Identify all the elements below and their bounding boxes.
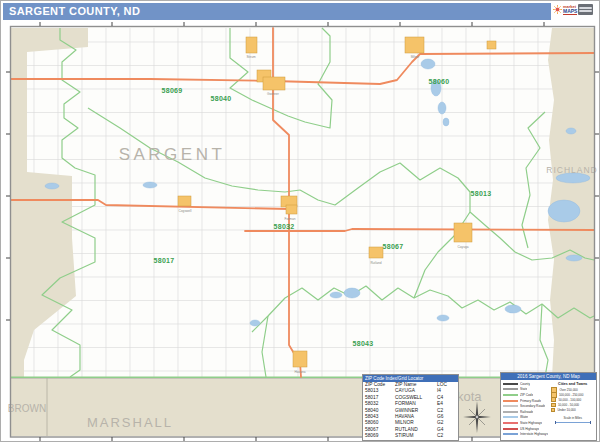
- legend-item-label: State Highways: [520, 421, 542, 425]
- loc-cell: C2: [437, 433, 455, 439]
- legend-swatch: [503, 383, 518, 385]
- legend-swatch: [503, 428, 518, 430]
- town-cayuga: [454, 223, 472, 242]
- zip-table-rows: 58013CAYUGAI458017COGSWELLC458032FORMANE…: [363, 388, 458, 439]
- zip-label-58060: 58060: [429, 78, 450, 85]
- town-label: Rutland: [371, 261, 382, 265]
- town-label: Gwinner: [267, 92, 280, 96]
- city-class-icon: [551, 403, 556, 408]
- city-class-label: 10,000 - 50,000: [558, 403, 579, 407]
- county-label-brown: BROWN: [8, 403, 46, 414]
- town-forman: [286, 205, 297, 214]
- city-class-icon: [551, 397, 556, 402]
- zip-label-58032: 58032: [274, 223, 295, 230]
- legend-item-label: Interstate Highways: [520, 432, 548, 436]
- city-class-label: Under 10,000: [557, 408, 575, 412]
- town-label: Stirum: [246, 55, 256, 59]
- legend-swatch: [503, 422, 518, 424]
- city-class-label: 50,000 - 100,000: [558, 398, 581, 402]
- town-cogswell: [178, 196, 191, 206]
- zip-label-58017: 58017: [154, 257, 175, 264]
- map-title-bar: SARGENT COUNTY, ND: [3, 3, 551, 20]
- town-small: [487, 41, 496, 49]
- town-gwinner: [263, 77, 285, 90]
- legend-item: Interstate Highways: [503, 431, 548, 437]
- legend-item-label: ZIP Code: [520, 393, 533, 397]
- legend-swatch: [503, 388, 518, 390]
- legend-swatch: [503, 411, 518, 413]
- town-milnor: [405, 37, 424, 53]
- logo-wordmark-bottom: MAPS: [563, 9, 577, 15]
- zip-table-row: 58069STIRUMC2: [363, 433, 458, 439]
- legend-item-label: State: [520, 387, 527, 391]
- zip-code-cell: 58069: [363, 433, 395, 439]
- city-class-row: Under 10,000: [551, 408, 594, 413]
- legend-city-classes: Over 250,000100,000 - 250,00050,000 - 10…: [551, 387, 594, 413]
- zip-table-header: ZIP Code Index/Grid Locator: [363, 375, 458, 382]
- town-label: Havana: [295, 370, 306, 374]
- map-legend: 2016 Sargent County, ND Map CountyStateZ…: [500, 372, 597, 441]
- legend-item-label: US Highways: [520, 427, 539, 431]
- legend-swatch: [503, 394, 518, 396]
- legend-swatch: [503, 405, 518, 407]
- legend-item-label: Primary Roads: [520, 399, 541, 403]
- logo-badge: [578, 4, 593, 15]
- county-label-richland: RICHLAND: [546, 165, 597, 175]
- legend-swatch: [503, 433, 518, 435]
- logo-burst-icon: [553, 5, 562, 14]
- logo-wordmark: market MAPS: [563, 5, 577, 15]
- zip-code-index-table: ZIP Code Index/Grid Locator ZIP Code ZIP…: [362, 374, 459, 441]
- legend-swatch: [503, 400, 518, 402]
- county-label-marshall: MARSHALL: [87, 415, 173, 430]
- town-stirum: [246, 37, 257, 53]
- town-label: Forman: [285, 217, 296, 221]
- legend-item-label: Secondary Roads: [520, 404, 545, 408]
- scale-bar: Scale in Miles: [551, 416, 594, 424]
- town-havana: [293, 351, 307, 367]
- city-class-label: 100,000 - 250,000: [559, 393, 583, 397]
- zip-label-58013: 58013: [471, 190, 492, 197]
- legend-header: 2016 Sargent County, ND Map: [501, 373, 596, 380]
- zip-label-58069: 58069: [162, 87, 183, 94]
- town-label: Cayuga: [458, 245, 469, 249]
- zip-label-58043: 58043: [353, 340, 374, 347]
- brand-logo[interactable]: market MAPS: [552, 1, 598, 18]
- legend-swatch: [503, 416, 518, 418]
- town-label: Milnor: [411, 55, 421, 59]
- legend-item-label: Railroads: [520, 410, 533, 414]
- legend-item-label: Water: [520, 415, 528, 419]
- town-label: Cogswell: [179, 209, 192, 213]
- zip-label-58067: 58067: [383, 243, 404, 250]
- city-class-label: Over 250,000: [559, 388, 577, 392]
- zip-label-58040: 58040: [211, 95, 232, 102]
- legend-item-label: County: [520, 382, 530, 386]
- town-rutland: [369, 247, 383, 258]
- compass-rose-icon: [462, 400, 492, 434]
- scale-bar-label: Scale in Miles: [551, 416, 594, 420]
- zip-name-cell: STIRUM: [395, 433, 437, 439]
- legend-items: CountyStateZIP CodePrimary RoadsSecondar…: [503, 381, 548, 437]
- county-label-sargent: SARGENT: [119, 145, 226, 164]
- city-class-icon: [551, 408, 555, 412]
